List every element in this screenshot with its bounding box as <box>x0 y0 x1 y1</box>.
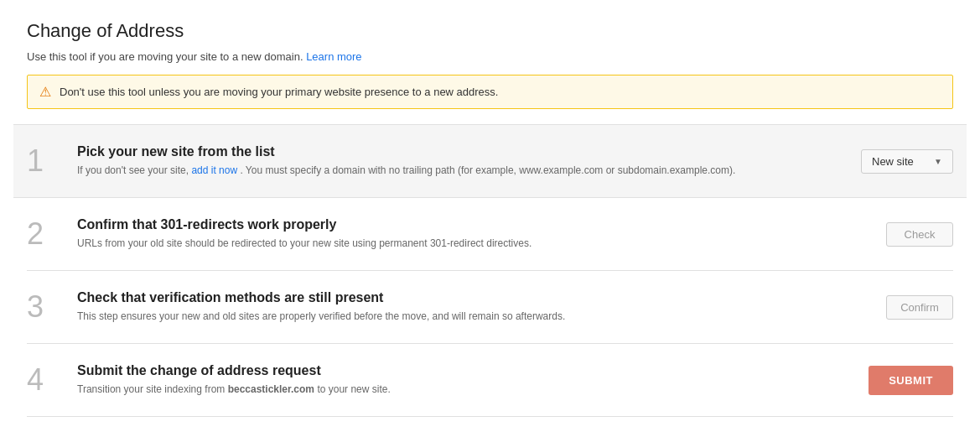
confirm-button[interactable]: Confirm <box>886 295 953 320</box>
step-3-number: 3 <box>27 289 77 325</box>
step-4-content: Submit the change of address request Tra… <box>77 363 852 397</box>
warning-text: Don't use this tool unless you are movin… <box>60 86 498 98</box>
step-1-number: 1 <box>27 143 77 179</box>
step-1-title: Pick your new site from the list <box>77 144 844 159</box>
step-3-title: Check that verification methods are stil… <box>77 290 869 305</box>
step-3-content: Check that verification methods are stil… <box>77 290 869 324</box>
step-3-desc: This step ensures your new and old sites… <box>77 309 869 324</box>
check-button[interactable]: Check <box>886 222 953 247</box>
step-1-action: New site ▼ <box>861 149 953 174</box>
step-2-action: Check <box>886 222 953 247</box>
submit-button[interactable]: SUBMIT <box>869 366 953 395</box>
step-1-desc: If you don't see your site, add it now .… <box>77 163 844 178</box>
warning-icon: ⚠ <box>39 84 51 100</box>
step-3: 3 Check that verification methods are st… <box>27 271 953 344</box>
step-2-number: 2 <box>27 216 77 252</box>
step-3-action: Confirm <box>886 295 953 320</box>
subtitle: Use this tool if you are moving your sit… <box>27 50 953 63</box>
step-4-number: 4 <box>27 362 77 398</box>
learn-more-link[interactable]: Learn more <box>306 50 361 63</box>
step-4: 4 Submit the change of address request T… <box>27 344 953 417</box>
add-it-now-link[interactable]: add it now <box>191 164 237 176</box>
step-2-title: Confirm that 301-redirects work properly <box>77 217 869 232</box>
chevron-down-icon: ▼ <box>934 157 942 166</box>
step-2-desc: URLs from your old site should be redire… <box>77 236 869 251</box>
step-4-title: Submit the change of address request <box>77 363 852 378</box>
domain-name: beccastickler.com <box>228 383 314 395</box>
steps-container: 1 Pick your new site from the list If yo… <box>27 124 953 417</box>
step-4-action: SUBMIT <box>869 366 953 395</box>
step-1: 1 Pick your new site from the list If yo… <box>13 124 967 198</box>
warning-box: ⚠ Don't use this tool unless you are mov… <box>27 75 953 109</box>
step-2: 2 Confirm that 301-redirects work proper… <box>27 198 953 271</box>
step-4-desc: Transition your site indexing from becca… <box>77 382 852 397</box>
page-title: Change of Address <box>27 20 953 42</box>
new-site-dropdown[interactable]: New site ▼ <box>861 149 953 174</box>
step-1-content: Pick your new site from the list If you … <box>77 144 844 178</box>
step-2-content: Confirm that 301-redirects work properly… <box>77 217 869 251</box>
